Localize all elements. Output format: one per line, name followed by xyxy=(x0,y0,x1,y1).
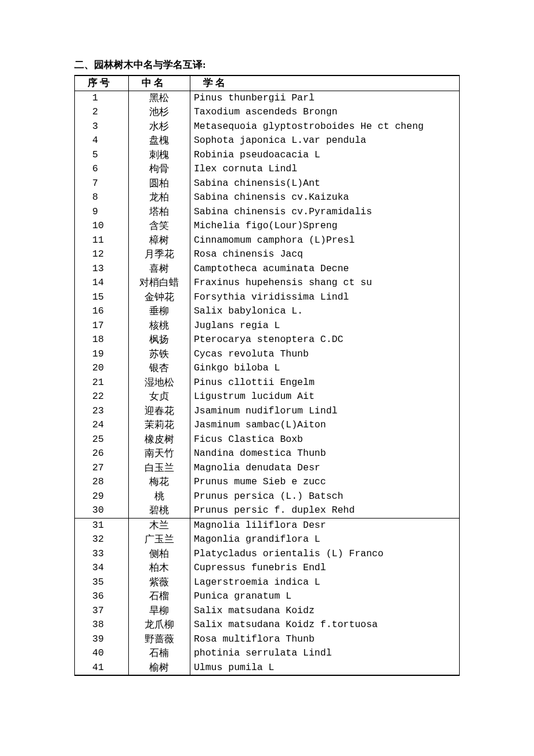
cell-index: 3 xyxy=(75,120,129,134)
table-row: 23迎春花Jsaminum nudiflorum Lindl xyxy=(75,404,460,419)
cell-index: 27 xyxy=(75,461,129,476)
cell-latin-name: Cupressus funebris Endl xyxy=(190,561,459,575)
cell-latin-name: Jsaminum nudiflorum Lindl xyxy=(190,404,459,419)
cell-latin-name: Sabina chinensis(L)Ant xyxy=(190,177,459,191)
cell-latin-name: Pinus cllottii Engelm xyxy=(190,376,459,390)
cell-chinese-name: 刺槐 xyxy=(128,148,190,163)
cell-chinese-name: 木兰 xyxy=(128,518,190,532)
cell-index: 10 xyxy=(75,219,129,233)
cell-chinese-name: 桃 xyxy=(128,489,190,504)
cell-chinese-name: 旱柳 xyxy=(128,604,190,618)
cell-index: 7 xyxy=(75,177,129,191)
cell-latin-name: Metasequoia glyptostroboides He ct cheng xyxy=(190,120,459,134)
cell-chinese-name: 紫薇 xyxy=(128,575,190,590)
table-row: 19苏铁Cycas revoluta Thunb xyxy=(75,347,460,362)
table-row: 8龙柏Sabina chinensis cv.Kaizuka xyxy=(75,190,460,205)
cell-latin-name: Magonlia grandiflora L xyxy=(190,532,459,547)
cell-chinese-name: 野蔷薇 xyxy=(128,632,190,647)
table-row: 29桃Prunus persica (L.) Batsch xyxy=(75,489,460,504)
cell-chinese-name: 南天竹 xyxy=(128,447,190,461)
cell-index: 25 xyxy=(75,433,129,447)
cell-latin-name: Lagerstroemia indica L xyxy=(190,575,459,590)
cell-index: 35 xyxy=(75,575,129,590)
cell-chinese-name: 枸骨 xyxy=(128,162,190,177)
cell-chinese-name: 水杉 xyxy=(128,120,190,134)
table-row: 24茉莉花Jasminum sambac(L)Aiton xyxy=(75,418,460,433)
cell-index: 11 xyxy=(75,233,129,248)
cell-latin-name: Rosa multiflora Thunb xyxy=(190,632,459,647)
cell-chinese-name: 柏木 xyxy=(128,561,190,575)
cell-chinese-name: 池杉 xyxy=(128,105,190,120)
cell-latin-name: Punica granatum L xyxy=(190,589,459,604)
cell-chinese-name: 喜树 xyxy=(128,262,190,276)
cell-index: 6 xyxy=(75,162,129,177)
cell-index: 26 xyxy=(75,447,129,461)
cell-index: 29 xyxy=(75,489,129,504)
table-row: 25橡皮树Ficus Clastica Boxb xyxy=(75,433,460,447)
cell-index: 8 xyxy=(75,190,129,205)
table-row: 11樟树Cinnamomum camphora (L)Presl xyxy=(75,233,460,248)
cell-index: 4 xyxy=(75,134,129,148)
cell-index: 36 xyxy=(75,589,129,604)
cell-latin-name: Pinus thunbergii Parl xyxy=(190,91,459,105)
cell-latin-name: Ulmus pumila L xyxy=(190,661,459,676)
cell-chinese-name: 龙柏 xyxy=(128,190,190,205)
cell-chinese-name: 圆柏 xyxy=(128,177,190,191)
cell-latin-name: Sabina chinensis cv.Kaizuka xyxy=(190,190,459,205)
cell-index: 37 xyxy=(75,604,129,618)
cell-latin-name: Prunus mume Sieb e zucc xyxy=(190,475,459,489)
table-body: 1黑松Pinus thunbergii Parl2池杉Taxodium asce… xyxy=(75,91,460,675)
table-row: 40石楠photinia serrulata Lindl xyxy=(75,646,460,661)
cell-chinese-name: 侧柏 xyxy=(128,547,190,561)
table-row: 34柏木Cupressus funebris Endl xyxy=(75,561,460,575)
cell-index: 40 xyxy=(75,646,129,661)
cell-latin-name: Ficus Clastica Boxb xyxy=(190,433,459,447)
cell-chinese-name: 梅花 xyxy=(128,475,190,489)
table-row: 9塔柏Sabina chinensis cv.Pyramidalis xyxy=(75,205,460,219)
cell-chinese-name: 迎春花 xyxy=(128,404,190,419)
cell-index: 41 xyxy=(75,661,129,676)
cell-latin-name: Pterocarya stenoptera C.DC xyxy=(190,333,459,347)
cell-chinese-name: 盘槐 xyxy=(128,134,190,148)
cell-latin-name: Prunus persic f. duplex Rehd xyxy=(190,503,459,518)
table-row: 31木兰Magnolia liliflora Desr xyxy=(75,518,460,532)
table-row: 15金钟花Forsythia viridissima Lindl xyxy=(75,290,460,305)
cell-index: 33 xyxy=(75,547,129,561)
table-row: 7圆柏Sabina chinensis(L)Ant xyxy=(75,177,460,191)
cell-chinese-name: 白玉兰 xyxy=(128,461,190,476)
cell-latin-name: Salix babylonica L. xyxy=(190,304,459,319)
cell-chinese-name: 对梢白蜡 xyxy=(128,276,190,290)
cell-latin-name: Jasminum sambac(L)Aiton xyxy=(190,418,459,433)
cell-chinese-name: 苏铁 xyxy=(128,347,190,362)
cell-index: 13 xyxy=(75,262,129,276)
cell-index: 19 xyxy=(75,347,129,362)
cell-index: 5 xyxy=(75,148,129,163)
table-row: 1黑松Pinus thunbergii Parl xyxy=(75,91,460,105)
cell-index: 32 xyxy=(75,532,129,547)
cell-index: 30 xyxy=(75,503,129,518)
table-row: 28梅花Prunus mume Sieb e zucc xyxy=(75,475,460,489)
cell-chinese-name: 龙爪柳 xyxy=(128,618,190,632)
cell-index: 1 xyxy=(75,91,129,105)
table-row: 36石榴Punica granatum L xyxy=(75,589,460,604)
table-row: 10含笑Michelia figo(Lour)Spreng xyxy=(75,219,460,233)
cell-latin-name: Forsythia viridissima Lindl xyxy=(190,290,459,305)
cell-latin-name: Robinia pseudoacacia L xyxy=(190,148,459,163)
cell-chinese-name: 塔柏 xyxy=(128,205,190,219)
cell-chinese-name: 樟树 xyxy=(128,233,190,248)
cell-latin-name: Ilex cornuta Lindl xyxy=(190,162,459,177)
table-row: 41榆树Ulmus pumila L xyxy=(75,661,460,676)
table-row: 39野蔷薇Rosa multiflora Thunb xyxy=(75,632,460,647)
cell-index: 12 xyxy=(75,247,129,262)
cell-chinese-name: 女贞 xyxy=(128,390,190,404)
cell-index: 28 xyxy=(75,475,129,489)
table-row: 38龙爪柳Salix matsudana Koidz f.tortuosa xyxy=(75,618,460,632)
cell-index: 39 xyxy=(75,632,129,647)
cell-latin-name: Prunus persica (L.) Batsch xyxy=(190,489,459,504)
table-row: 35紫薇Lagerstroemia indica L xyxy=(75,575,460,590)
cell-chinese-name: 枫扬 xyxy=(128,333,190,347)
cell-latin-name: Juglans regia L xyxy=(190,319,459,333)
cell-chinese-name: 碧桃 xyxy=(128,503,190,518)
cell-index: 2 xyxy=(75,105,129,120)
cell-index: 17 xyxy=(75,319,129,333)
